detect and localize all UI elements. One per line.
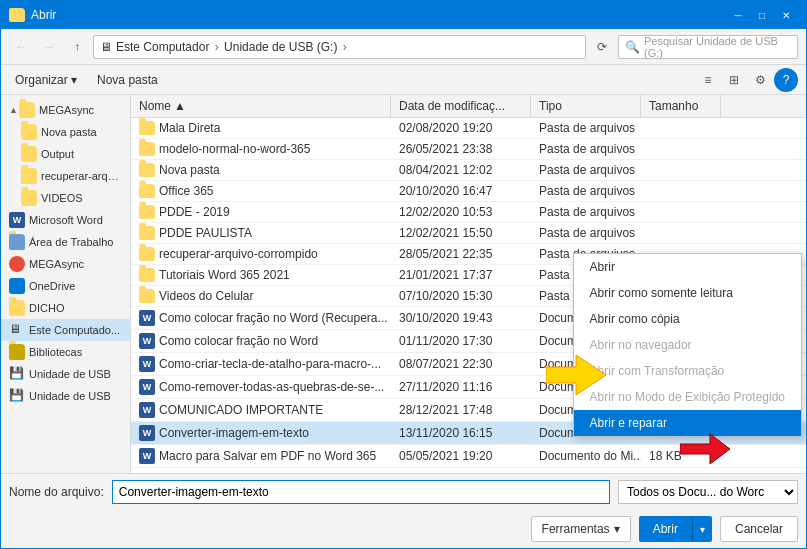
file-name-cell: Videos do Celular <box>131 286 391 306</box>
folder-icon <box>19 102 35 118</box>
file-name-cell: WComo colocar fração no Word <box>131 330 391 352</box>
expand-icon: ▲ <box>9 105 19 115</box>
dropdown-item-4: Abrir com Transformação <box>574 358 801 384</box>
table-row[interactable]: Office 36520/10/2020 16:47Pasta de arqui… <box>131 181 806 202</box>
sidebar-item-megasync2[interactable]: MEGAsync <box>1 253 130 275</box>
sidebar-item-usb1[interactable]: 💾 Unidade de USB <box>1 363 130 385</box>
usb-icon2: 💾 <box>9 388 25 404</box>
new-folder-button[interactable]: Nova pasta <box>91 70 164 90</box>
open-arrow-button[interactable]: ▾ <box>692 516 712 542</box>
sidebar-item-label: recuperar-arqui... <box>41 170 122 182</box>
open-button[interactable]: Abrir <box>639 516 692 542</box>
sidebar-item-word[interactable]: W Microsoft Word <box>1 209 130 231</box>
minimize-button[interactable]: ─ <box>726 1 750 29</box>
organize-button[interactable]: Organizar ▾ <box>9 70 83 90</box>
file-name-cell: WMacro para Salvar em PDF no Word 365 <box>131 445 391 467</box>
folder-icon <box>21 168 37 184</box>
file-name-cell: Office 365 <box>131 181 391 201</box>
forward-button[interactable]: → <box>37 35 61 59</box>
cancel-button[interactable]: Cancelar <box>720 516 798 542</box>
sidebar-item-label: Área de Trabalho <box>29 236 113 248</box>
header-size[interactable]: Tamanho <box>641 95 721 117</box>
table-row[interactable]: WMacro para Salvar em PDF no Word 36505/… <box>131 445 806 468</box>
up-button[interactable]: ↑ <box>65 35 89 59</box>
file-area: Nome ▲ Data de modificaç... Tipo Tamanho… <box>131 95 806 473</box>
file-name: Nova pasta <box>159 163 220 177</box>
filename-input[interactable] <box>112 480 610 504</box>
folder-icon <box>21 124 37 140</box>
sidebar-item-megasync[interactable]: ▲ MEGAsync <box>1 99 130 121</box>
folder-icon <box>139 247 155 261</box>
dropdown-items: AbrirAbrir como somente leituraAbrir com… <box>574 254 801 436</box>
sidebar-item-onedrive[interactable]: OneDrive <box>1 275 130 297</box>
folder-icon <box>9 344 25 360</box>
file-date-cell: 02/08/2020 19:20 <box>391 118 531 138</box>
view-options: ≡ ⊞ ⚙ ? <box>696 68 798 92</box>
title-bar: Abrir ─ □ ✕ <box>1 1 806 29</box>
dropdown-item-2[interactable]: Abrir como cópia <box>574 306 801 332</box>
window-title: Abrir <box>31 8 726 22</box>
navigation-toolbar: ← → ↑ 🖥 Este Computador › Unidade de USB… <box>1 29 806 65</box>
view-grid-button[interactable]: ⊞ <box>722 68 746 92</box>
dropdown-item-6[interactable]: Abrir e reparar <box>574 410 801 436</box>
folder-icon <box>21 190 37 206</box>
file-date-cell: 13/11/2020 16:15 <box>391 422 531 444</box>
table-row[interactable]: Nova pasta08/04/2021 12:02Pasta de arqui… <box>131 160 806 181</box>
sidebar-item-videos[interactable]: VIDEOS <box>1 187 130 209</box>
sidebar-item-output[interactable]: Output <box>1 143 130 165</box>
file-date-cell: 21/01/2021 17:37 <box>391 265 531 285</box>
view-options-button[interactable]: ⚙ <box>748 68 772 92</box>
file-list-header: Nome ▲ Data de modificaç... Tipo Tamanho <box>131 95 806 118</box>
word-doc-icon: W <box>139 425 155 441</box>
file-size-cell <box>641 181 721 201</box>
sidebar-item-label: VIDEOS <box>41 192 83 204</box>
file-type-cell: Pasta de arquivos <box>531 223 641 243</box>
header-date[interactable]: Data de modificaç... <box>391 95 531 117</box>
dropdown-item-0[interactable]: Abrir <box>574 254 801 280</box>
sidebar-item-desktop[interactable]: Área de Trabalho <box>1 231 130 253</box>
table-row[interactable]: PDDE - 201912/02/2020 10:53Pasta de arqu… <box>131 202 806 223</box>
header-name[interactable]: Nome ▲ <box>131 95 391 117</box>
file-type-cell: Pasta de arquivos <box>531 202 641 222</box>
table-row[interactable]: PDDE PAULISTA12/02/2021 15:50Pasta de ar… <box>131 223 806 244</box>
search-bar[interactable]: 🔍 Pesquisar Unidade de USB (G:) <box>618 35 798 59</box>
folder-icon <box>9 300 25 316</box>
folder-icon <box>139 184 155 198</box>
main-content: ▲ MEGAsync Nova pasta Output recuperar-a… <box>1 95 806 473</box>
header-type[interactable]: Tipo <box>531 95 641 117</box>
file-type-cell: Pasta de arquivos <box>531 118 641 138</box>
address-bar[interactable]: 🖥 Este Computador › Unidade de USB (G:) … <box>93 35 586 59</box>
address-home-icon: 🖥 <box>100 40 112 54</box>
window: Abrir ─ □ ✕ ← → ↑ 🖥 Este Computador › Un… <box>0 0 807 549</box>
word-doc-icon: W <box>139 402 155 418</box>
file-type-cell: Pasta de arquivos <box>531 160 641 180</box>
filetype-select[interactable]: Todos os Docu... do Worc <box>618 480 798 504</box>
file-date-cell: 27/11/2020 11:16 <box>391 376 531 398</box>
view-list-button[interactable]: ≡ <box>696 68 720 92</box>
sidebar-item-recuperar[interactable]: recuperar-arqui... <box>1 165 130 187</box>
refresh-button[interactable]: ⟳ <box>590 35 614 59</box>
dropdown-item-1[interactable]: Abrir como somente leitura <box>574 280 801 306</box>
sidebar-item-usb2[interactable]: 💾 Unidade de USB <box>1 385 130 407</box>
bottom-bar: Nome do arquivo: Todos os Docu... do Wor… <box>1 473 806 548</box>
folder-icon <box>139 163 155 177</box>
table-row[interactable]: Mala Direta02/08/2020 19:20Pasta de arqu… <box>131 118 806 139</box>
sidebar-item-computer[interactable]: 🖥 Este Computado... <box>1 319 130 341</box>
sidebar-item-dicho[interactable]: DICHO <box>1 297 130 319</box>
file-name: Como-remover-todas-as-quebras-de-se-... <box>159 380 384 394</box>
close-button[interactable]: ✕ <box>774 1 798 29</box>
sidebar-item-label: OneDrive <box>29 280 75 292</box>
table-row[interactable]: modelo-normal-no-word-36526/05/2021 23:3… <box>131 139 806 160</box>
folder-icon <box>139 121 155 135</box>
help-button[interactable]: ? <box>774 68 798 92</box>
file-name: recuperar-arquivo-corrompido <box>159 247 318 261</box>
sidebar-item-libraries[interactable]: Bibliotecas <box>1 341 130 363</box>
back-button[interactable]: ← <box>9 35 33 59</box>
file-name-cell: WComo-remover-todas-as-quebras-de-se-... <box>131 376 391 398</box>
tools-button[interactable]: Ferramentas ▾ <box>531 516 631 542</box>
sidebar-item-label: Nova pasta <box>41 126 97 138</box>
file-date-cell: 07/10/2020 15:30 <box>391 286 531 306</box>
file-date-cell: 01/11/2020 17:30 <box>391 330 531 352</box>
sidebar-item-nova-pasta[interactable]: Nova pasta <box>1 121 130 143</box>
maximize-button[interactable]: □ <box>750 1 774 29</box>
